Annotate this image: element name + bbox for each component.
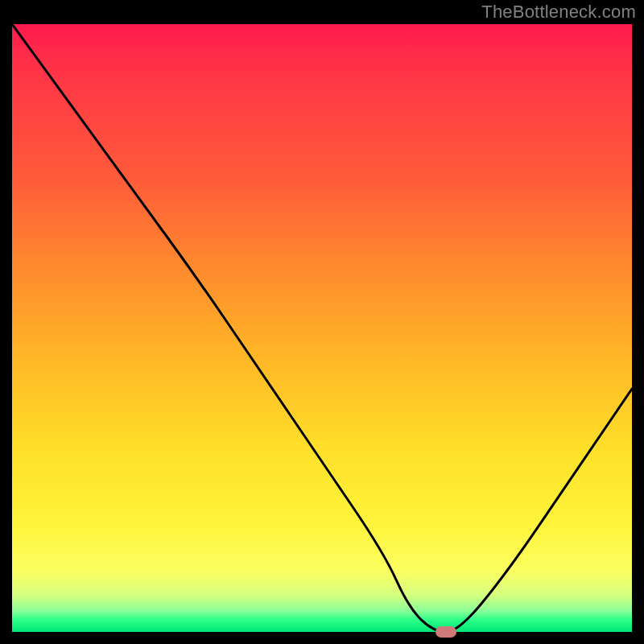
bottleneck-curve-path <box>12 24 632 632</box>
plot-area <box>12 24 632 632</box>
bottleneck-curve-svg <box>12 24 632 632</box>
watermark-text: TheBottleneck.com <box>481 2 636 23</box>
optimal-point-marker <box>436 626 456 638</box>
chart-frame: TheBottleneck.com <box>0 0 644 644</box>
